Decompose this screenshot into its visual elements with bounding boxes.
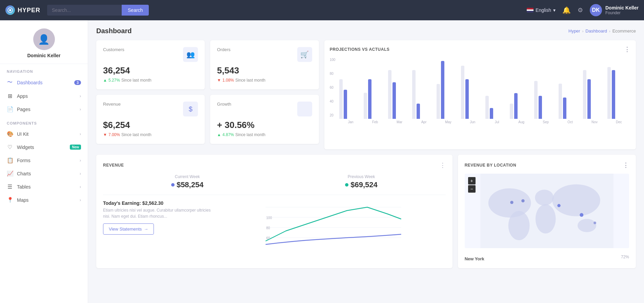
customers-since: Since last month <box>121 78 152 83</box>
breadcrumb-sep: › <box>582 29 584 33</box>
pages-icon: 📄 <box>7 106 13 112</box>
sidebar-username: Dominic Keller <box>5 53 82 58</box>
projected-bar-oct <box>559 84 562 119</box>
current-week-stat: Current Week $58,254 <box>103 174 271 189</box>
svg-text:60: 60 <box>266 236 270 240</box>
actual-bar-apr <box>417 104 420 119</box>
forms-icon: 📋 <box>7 157 13 164</box>
ui-kit-icon: 🎨 <box>7 131 13 137</box>
revenue-since: Since last month <box>121 132 152 137</box>
orders-icon: 🛒 <box>297 47 312 62</box>
nav-section-label: NAVIGATION <box>0 64 88 75</box>
actual-bar-jan <box>344 90 347 119</box>
sidebar-item-pages[interactable]: 📄 Pages › <box>0 103 88 116</box>
revenue-change-down-icon: ▼ <box>103 132 107 137</box>
actual-bar-feb <box>368 79 371 119</box>
breadcrumb-sep2: › <box>609 29 610 33</box>
search-button[interactable]: Search <box>122 5 149 16</box>
sidebar-item-apps[interactable]: ⊞ Apps › <box>0 89 88 103</box>
sidebar-item-label: Widgets <box>17 145 66 150</box>
topbar-right: English ▾ 🔔 ⚙ DK Dominic Keller Founder <box>527 4 639 16</box>
previous-week-value: $69,524 <box>277 180 445 189</box>
bar-label-may: May <box>437 120 460 124</box>
world-map-svg <box>465 174 629 248</box>
avatar: DK <box>590 4 602 16</box>
revenue-card: Revenue $ $6,254 ▼ 7.00% Since last mont… <box>96 95 205 144</box>
sidebar-avatar: 👤 <box>33 28 55 50</box>
dashboards-badge: 3 <box>74 80 81 85</box>
stats-grid: Customers 👥 36,254 ▲ 5.27% Since last mo… <box>96 40 319 144</box>
user-info[interactable]: DK Dominic Keller Founder <box>590 4 639 16</box>
bar-group-may <box>437 61 460 119</box>
orders-label: Orders <box>217 47 230 52</box>
breadcrumb-dashboard[interactable]: Dashboard <box>585 28 607 34</box>
sidebar-item-tables[interactable]: ☰ Tables › <box>0 180 88 193</box>
sidebar-item-forms[interactable]: 📋 Forms › <box>0 154 88 167</box>
svg-point-16 <box>510 201 513 204</box>
growth-icon <box>297 102 312 116</box>
customers-icon: 👥 <box>183 47 198 62</box>
growth-footer: ▲ 4.87% Since last month <box>217 132 312 137</box>
sidebar-item-maps[interactable]: 📍 Maps › <box>0 193 88 207</box>
revenue-footer: ▼ 7.00% Since last month <box>103 132 198 137</box>
bar-group-dec <box>607 67 630 119</box>
bar-group-mar <box>388 70 411 119</box>
main-content: Dashboard Hyper › Dashboard › Ecommerce … <box>88 20 644 303</box>
projected-bar-sep <box>534 81 538 119</box>
current-week-dot <box>171 183 175 187</box>
orders-card: Orders 🛒 5,543 ▼ 1.08% Since last month <box>210 40 319 89</box>
chevron-right-icon: › <box>80 185 81 189</box>
map-location-value: 72% <box>621 255 629 259</box>
map-menu-icon[interactable]: ⋮ <box>623 161 629 169</box>
growth-change-up-icon: ▲ <box>217 132 221 137</box>
arrow-right-icon: → <box>144 226 148 232</box>
breadcrumb-hyper[interactable]: Hyper <box>568 28 580 34</box>
revenue-change: 7.00% <box>108 132 120 137</box>
bar-group-jan <box>339 79 362 119</box>
y-label-40: 40 <box>330 100 336 103</box>
orders-value: 5,543 <box>217 65 312 76</box>
sidebar-item-charts[interactable]: 📈 Charts › <box>0 167 88 180</box>
breadcrumb-current: Ecommerce <box>612 28 636 34</box>
main-layout: 👤 Dominic Keller NAVIGATION 〜 Dashboards… <box>0 20 644 303</box>
projected-bar-aug <box>510 104 513 119</box>
language-label: English <box>536 7 551 13</box>
projections-menu-icon[interactable]: ⋮ <box>624 46 630 53</box>
search-input[interactable] <box>47 5 122 16</box>
language-selector[interactable]: English ▾ <box>527 7 556 13</box>
notification-icon[interactable]: 🔔 <box>562 6 571 14</box>
actual-bar-jul <box>490 108 493 119</box>
projected-bar-mar <box>388 70 391 119</box>
sidebar: 👤 Dominic Keller NAVIGATION 〜 Dashboards… <box>0 20 88 303</box>
map-zoom-out-button[interactable]: − <box>468 185 476 193</box>
breadcrumb: Hyper › Dashboard › Ecommerce <box>568 28 636 34</box>
bar-label-apr: Apr <box>412 120 435 124</box>
actual-bar-aug <box>514 93 518 119</box>
projected-bar-may <box>437 84 440 119</box>
actual-bar-mar <box>393 82 396 119</box>
map-zoom-in-button[interactable]: + <box>468 177 476 185</box>
map-title: REVENUE BY LOCATION ⋮ <box>465 161 629 169</box>
bar-label-jul: Jul <box>485 120 508 124</box>
svg-point-14 <box>552 184 600 216</box>
sidebar-item-widgets[interactable]: ♡ Widgets New <box>0 140 88 154</box>
settings-icon[interactable]: ⚙ <box>578 6 583 14</box>
projected-bar-jul <box>485 96 489 119</box>
revenue-value: $6,254 <box>103 120 198 130</box>
chevron-right-icon: › <box>80 171 81 176</box>
revenue-menu-icon[interactable]: ⋮ <box>440 161 446 169</box>
growth-card: Growth + 30.56% ▲ 4.87% Since last month <box>210 95 319 144</box>
sidebar-item-ui-kit[interactable]: 🎨 UI Kit › <box>0 127 88 140</box>
bar-label-sep: Sep <box>534 120 557 124</box>
bar-label-jan: Jan <box>339 120 362 124</box>
map-card: REVENUE BY LOCATION ⋮ <box>458 155 636 268</box>
view-statements-button[interactable]: View Statements → <box>103 223 154 235</box>
projections-chart-card: PROJECTIONS VS ACTUALS ⋮ 100 80 60 40 20… <box>324 40 636 149</box>
maps-icon: 📍 <box>7 197 13 203</box>
earning-title: Today's Earning: $2,562.30 <box>103 200 216 206</box>
bar-group-nov <box>583 70 606 119</box>
widgets-icon: ♡ <box>7 144 13 150</box>
sidebar-item-dashboards[interactable]: 〜 Dashboards 3 <box>0 75 88 89</box>
earning-desc: Etiam ultricies nisi vel augue. Curabitu… <box>103 207 216 219</box>
y-label-60: 60 <box>330 86 336 89</box>
